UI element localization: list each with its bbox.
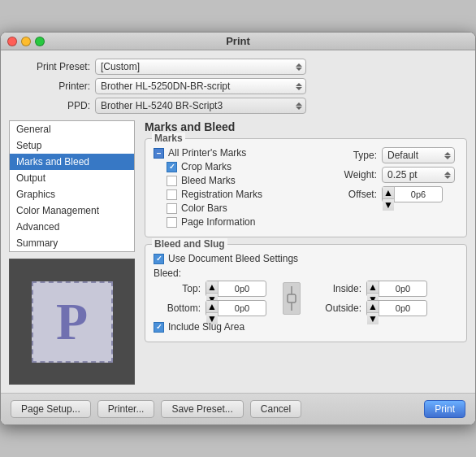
top-form: Print Preset: [Custom] Printer: Brother …: [1, 50, 475, 120]
offset-row: Offset: ▲ ▼ 0p6: [336, 186, 458, 202]
weight-label: Weight:: [336, 169, 377, 181]
offset-spinbox-arrows: ▲ ▼: [383, 187, 395, 202]
all-printers-marks-row: All Printer's Marks: [154, 147, 327, 159]
bleed-marks-checkbox[interactable]: [167, 176, 177, 186]
printer-select[interactable]: Brother HL-5250DN-BR-script: [95, 78, 306, 94]
marks-left: All Printer's Marks Crop Marks Bleed Mar…: [154, 147, 327, 230]
outside-spin-up[interactable]: ▲: [367, 301, 379, 313]
printer-value: Brother HL-5250DN-BR-script: [101, 81, 230, 92]
print-button[interactable]: Print: [424, 400, 465, 418]
marks-group: Marks All Printer's Marks: [145, 138, 467, 237]
inside-label: Inside:: [317, 283, 361, 294]
marks-row: All Printer's Marks Crop Marks Bleed Mar…: [154, 147, 458, 230]
color-bars-checkbox[interactable]: [167, 203, 177, 214]
bleed-right: Inside: ▲ ▼ 0p0 Outside:: [317, 281, 427, 316]
bleed-slug-group: Bleed and Slug Use Document Bleed Settin…: [145, 244, 467, 342]
page-information-row: Page Information: [154, 216, 327, 228]
ppd-arrow: [296, 102, 302, 110]
use-doc-bleed-checkbox[interactable]: [154, 254, 164, 264]
printer-label: Printer:: [17, 81, 90, 92]
sidebar-item-output[interactable]: Output: [10, 170, 134, 186]
registration-marks-label[interactable]: Registration Marks: [181, 189, 262, 200]
offset-spinbox[interactable]: ▲ ▼ 0p6: [382, 186, 443, 202]
inside-spin-up[interactable]: ▲: [367, 281, 379, 294]
use-doc-bleed-label[interactable]: Use Document Bleed Settings: [168, 253, 298, 264]
offset-spin-up[interactable]: ▲: [383, 187, 394, 199]
page-information-label[interactable]: Page Information: [181, 216, 255, 228]
link-icon[interactable]: [283, 282, 301, 315]
weight-arrow: [444, 172, 451, 179]
ppd-row: PPD: Brother HL-5240 BR-Script3: [17, 98, 459, 114]
all-printers-marks-checkbox[interactable]: [154, 148, 164, 159]
maximize-button[interactable]: [35, 37, 45, 46]
sidebar-item-setup[interactable]: Setup: [10, 137, 134, 154]
top-spinbox[interactable]: ▲ ▼ 0p0: [206, 281, 266, 297]
printer-row: Printer: Brother HL-5250DN-BR-script: [17, 78, 459, 94]
minimize-button[interactable]: [21, 37, 31, 46]
inside-spin-arrows: ▲ ▼: [367, 281, 379, 296]
save-preset-button[interactable]: Save Preset...: [161, 400, 243, 418]
type-value: Default: [387, 150, 444, 161]
print-preset-select[interactable]: [Custom]: [95, 59, 306, 75]
crop-marks-row: Crop Marks: [154, 161, 327, 172]
bottom-spinbox[interactable]: ▲ ▼ 0p0: [206, 300, 266, 316]
registration-marks-checkbox[interactable]: [167, 189, 177, 200]
weight-value: 0.25 pt: [387, 169, 444, 181]
bleed-marks-label[interactable]: Bleed Marks: [181, 175, 236, 186]
outside-spin-down[interactable]: ▼: [367, 313, 379, 324]
crop-marks-label[interactable]: Crop Marks: [181, 161, 232, 172]
close-button[interactable]: [7, 37, 17, 46]
page-information-checkbox[interactable]: [167, 217, 177, 228]
top-row: Top: ▲ ▼ 0p0: [160, 281, 266, 297]
bleed-slug-label: Bleed and Slug: [152, 238, 227, 250]
window-controls: [7, 37, 45, 46]
print-preset-value: [Custom]: [101, 61, 140, 72]
sidebar-item-advanced[interactable]: Advanced: [10, 219, 134, 235]
page-setup-button[interactable]: Page Setup...: [11, 400, 91, 418]
print-dialog: Print Print Preset: [Custom] Printer: Br…: [0, 32, 476, 425]
right-panel: Marks and Bleed Marks All Printer's Mark…: [135, 120, 467, 385]
print-preset-row: Print Preset: [Custom]: [17, 59, 459, 75]
inside-value: 0p0: [379, 284, 426, 294]
ppd-value: Brother HL-5240 BR-Script3: [101, 100, 223, 111]
outside-value: 0p0: [379, 303, 426, 313]
sidebar-item-marks-and-bleed[interactable]: Marks and Bleed: [10, 154, 134, 170]
sidebar-item-general[interactable]: General: [10, 121, 134, 137]
inside-row: Inside: ▲ ▼ 0p0: [317, 281, 427, 297]
outside-label: Outside:: [317, 302, 361, 314]
bottom-value: 0p0: [219, 303, 266, 313]
sidebar-item-graphics[interactable]: Graphics: [10, 186, 134, 202]
bleed-left: Top: ▲ ▼ 0p0 Bottom:: [160, 281, 266, 316]
bottom-spin-arrows: ▲ ▼: [206, 301, 219, 316]
bottom-spin-up[interactable]: ▲: [206, 301, 218, 313]
printer-button[interactable]: Printer...: [97, 400, 155, 418]
weight-row: Weight: 0.25 pt: [336, 167, 458, 183]
offset-spin-down[interactable]: ▼: [383, 199, 394, 211]
use-doc-bleed-row: Use Document Bleed Settings: [154, 253, 458, 264]
sidebar-item-color-management[interactable]: Color Management: [10, 202, 134, 219]
bottom-label: Bottom:: [160, 302, 201, 314]
print-preset-label: Print Preset:: [17, 61, 90, 72]
inside-spinbox[interactable]: ▲ ▼ 0p0: [366, 281, 427, 297]
marks-group-label: Marks: [152, 133, 185, 144]
top-spin-up[interactable]: ▲: [206, 281, 218, 294]
outside-spinbox[interactable]: ▲ ▼ 0p0: [366, 300, 427, 316]
cancel-button[interactable]: Cancel: [250, 400, 301, 418]
all-printers-marks-label[interactable]: All Printer's Marks: [168, 147, 246, 159]
type-row: Type: Default: [336, 147, 458, 163]
crop-marks-checkbox[interactable]: [167, 162, 177, 172]
include-slug-checkbox[interactable]: [154, 322, 164, 333]
bleed-grid: Top: ▲ ▼ 0p0 Bottom:: [160, 281, 458, 316]
marks-content: All Printer's Marks Crop Marks Bleed Mar…: [154, 147, 458, 230]
weight-select[interactable]: 0.25 pt: [382, 167, 455, 183]
preview-letter: P: [56, 296, 88, 348]
include-slug-row: Include Slug Area: [154, 321, 458, 333]
color-bars-label[interactable]: Color Bars: [181, 202, 227, 214]
print-preset-arrow: [296, 63, 302, 71]
bleed-slug-content: Use Document Bleed Settings Bleed: Top: …: [154, 253, 458, 333]
sidebar-item-summary[interactable]: Summary: [10, 235, 134, 251]
type-select[interactable]: Default: [382, 147, 455, 163]
bleed-section-label: Bleed:: [154, 268, 458, 279]
include-slug-label[interactable]: Include Slug Area: [168, 321, 244, 333]
chain-icon: [285, 286, 298, 311]
